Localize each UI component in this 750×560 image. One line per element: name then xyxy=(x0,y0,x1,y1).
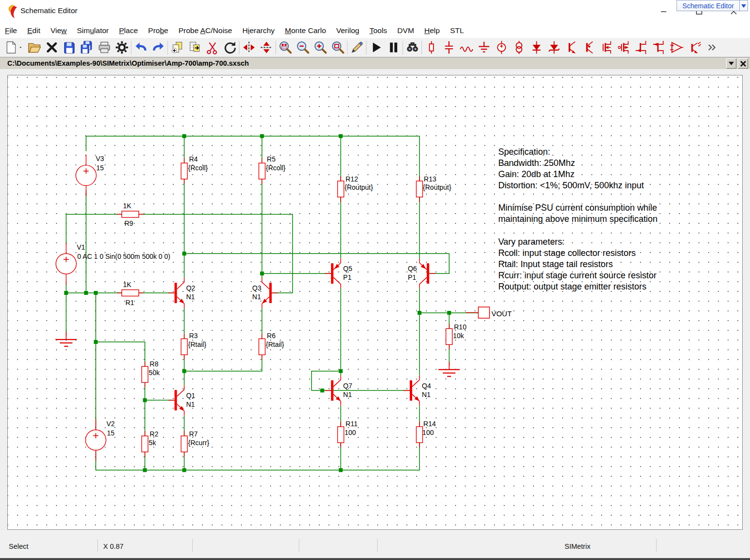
run-button[interactable] xyxy=(367,39,384,56)
ground-symbol[interactable] xyxy=(439,362,460,377)
resistor-R10[interactable]: R1010k xyxy=(446,323,466,349)
schematic-note[interactable]: Routput: output stage emitter resistors xyxy=(498,282,647,291)
schematic-note[interactable]: Gain: 20db at 1Mhz xyxy=(498,169,575,179)
print-button[interactable] xyxy=(95,39,113,56)
resistor-R1[interactable]: 1KR1 xyxy=(117,281,144,307)
ground-button[interactable] xyxy=(475,39,493,56)
copy-button[interactable] xyxy=(168,39,186,56)
minimize-button[interactable] xyxy=(655,4,672,18)
schematic-note[interactable]: Rcurr: input stage current source resist… xyxy=(498,271,657,280)
menu-hierarchy[interactable]: Hierarchy xyxy=(242,25,280,36)
schematic-note[interactable]: Distortion: <1%; 500mV, 500khz input xyxy=(498,181,644,191)
schematic-note[interactable]: maintaining above minimum specification xyxy=(498,214,658,224)
menu-stl[interactable]: STL xyxy=(450,25,469,36)
voltage-source-V3[interactable]: V315 xyxy=(76,155,104,197)
mirror-vertical-button[interactable] xyxy=(257,39,275,56)
menu-file[interactable]: File xyxy=(5,25,22,36)
close-schematic-button[interactable] xyxy=(738,58,748,69)
schematic-note[interactable]: Bandwidth: 250Mhz xyxy=(498,158,575,168)
transistor-Q4[interactable]: Q4N1 xyxy=(403,376,431,406)
voltage-source-V1[interactable]: V10 AC 1 0 Sin(0 500m 500k 0 0) xyxy=(56,243,170,285)
undo-button[interactable] xyxy=(132,39,149,56)
resistor-R8[interactable]: R850k xyxy=(142,360,160,387)
schematic-note[interactable]: Rtail: Input stage tail resistors xyxy=(498,259,613,269)
new-dropdown-caret[interactable] xyxy=(19,39,25,56)
transistor-Q5[interactable]: Q5P1 xyxy=(325,258,352,289)
schematic-sheet[interactable]: R4{Rcoll}R5{Rcoll}R12{Routput}R13{Routpu… xyxy=(7,75,743,530)
ground-symbol[interactable] xyxy=(55,332,77,346)
wire[interactable] xyxy=(311,371,410,391)
current-source-button[interactable] xyxy=(510,39,528,56)
menu-verilog[interactable]: Verilog xyxy=(336,25,365,36)
zoom-in-button[interactable] xyxy=(311,39,329,56)
toolbar-overflow-chevron[interactable] xyxy=(703,39,720,56)
paste-button[interactable] xyxy=(186,39,203,56)
capacitor-button[interactable] xyxy=(440,39,457,56)
resistor-R6[interactable]: R6{Rtail} xyxy=(259,332,284,360)
resistor-R9[interactable]: 1KR9 xyxy=(117,202,144,227)
menu-help[interactable]: Help xyxy=(424,25,445,36)
new-button[interactable] xyxy=(2,39,19,56)
cut-button[interactable] xyxy=(203,39,221,56)
settings-gear-button[interactable] xyxy=(113,39,130,56)
menu-simulator[interactable]: Simulator xyxy=(77,25,114,36)
resistor-R4[interactable]: R4{Rcoll} xyxy=(181,155,208,184)
schematic-note[interactable]: Minimise PSU current consumption while xyxy=(498,203,657,213)
menu-monte-carlo[interactable]: Monte Carlo xyxy=(285,25,331,36)
wire-pencil-button[interactable] xyxy=(348,39,366,56)
zoom-area-button[interactable] xyxy=(276,39,294,56)
terminal-vout[interactable]: VOUT xyxy=(466,307,512,318)
transistor-Q3[interactable]: Q3N1 xyxy=(252,278,278,308)
wire[interactable] xyxy=(86,136,420,181)
pause-button[interactable] xyxy=(384,39,402,56)
transistor-Q1[interactable]: Q1N1 xyxy=(168,385,196,415)
voltage-source-V2[interactable]: V215 xyxy=(86,419,115,461)
phototransistor-button[interactable] xyxy=(685,39,703,56)
resistor-R13[interactable]: R13{Routput} xyxy=(416,175,451,202)
resistor-R11[interactable]: R11100 xyxy=(338,420,358,447)
opamp-button[interactable] xyxy=(668,39,685,56)
close-document-button[interactable] xyxy=(43,39,60,56)
resistor-R12[interactable]: R12{Routput} xyxy=(338,175,373,202)
npn-transistor-button[interactable] xyxy=(563,39,580,56)
window-list-button[interactable] xyxy=(726,58,736,69)
menu-dvm[interactable]: DVM xyxy=(397,25,419,36)
pnp-transistor-button[interactable] xyxy=(580,39,598,56)
zoom-out-button[interactable] xyxy=(294,39,311,56)
find-button[interactable] xyxy=(403,39,421,56)
menu-probe-ac-noise[interactable]: Probe AC/Noise xyxy=(179,25,238,36)
combo-arrow-button[interactable] xyxy=(739,0,748,11)
mode-selector-combo[interactable]: Schematic Editor xyxy=(677,0,748,11)
save-button[interactable] xyxy=(60,39,78,56)
menu-tools[interactable]: Tools xyxy=(369,25,392,36)
menu-edit[interactable]: Edit xyxy=(27,25,46,36)
zoom-fit-button[interactable] xyxy=(329,39,347,56)
inductor-button[interactable] xyxy=(457,39,475,56)
redo-button[interactable] xyxy=(149,39,167,56)
mirror-horizontal-button[interactable] xyxy=(240,39,257,56)
resistor-R7[interactable]: R7{Rcurr} xyxy=(181,430,209,456)
resistor-R3[interactable]: R3{Rtail} xyxy=(181,332,206,360)
resistor-R14[interactable]: R14100 xyxy=(416,420,436,447)
wire[interactable] xyxy=(96,342,145,470)
pmos-transistor-button[interactable] xyxy=(615,39,633,56)
resistor-R5[interactable]: R5{Rcoll} xyxy=(259,155,286,184)
diode-button[interactable] xyxy=(528,39,545,56)
zener-diode-button[interactable] xyxy=(545,39,563,56)
schematic-note[interactable]: Specification: xyxy=(498,147,550,157)
schematic-note[interactable]: Rcoll: input stage collector resistors xyxy=(498,248,636,258)
transistor-Q2[interactable]: Q2N1 xyxy=(168,278,196,308)
wire[interactable] xyxy=(66,283,175,293)
pjfet-transistor-button[interactable] xyxy=(650,39,668,56)
transistor-Q6[interactable]: Q6P1 xyxy=(408,258,436,289)
open-button[interactable] xyxy=(25,39,43,56)
menu-view[interactable]: View xyxy=(51,25,72,36)
rotate-button[interactable] xyxy=(221,39,238,56)
menu-place[interactable]: Place xyxy=(119,25,144,36)
menu-probe[interactable]: Probe xyxy=(148,25,173,36)
nmos-transistor-button[interactable] xyxy=(598,39,615,56)
save-all-button[interactable] xyxy=(78,39,95,56)
resistor-R2[interactable]: R25k xyxy=(142,430,159,456)
schematic-note[interactable]: Vary parameters: xyxy=(498,237,565,247)
njfet-transistor-button[interactable] xyxy=(633,39,650,56)
